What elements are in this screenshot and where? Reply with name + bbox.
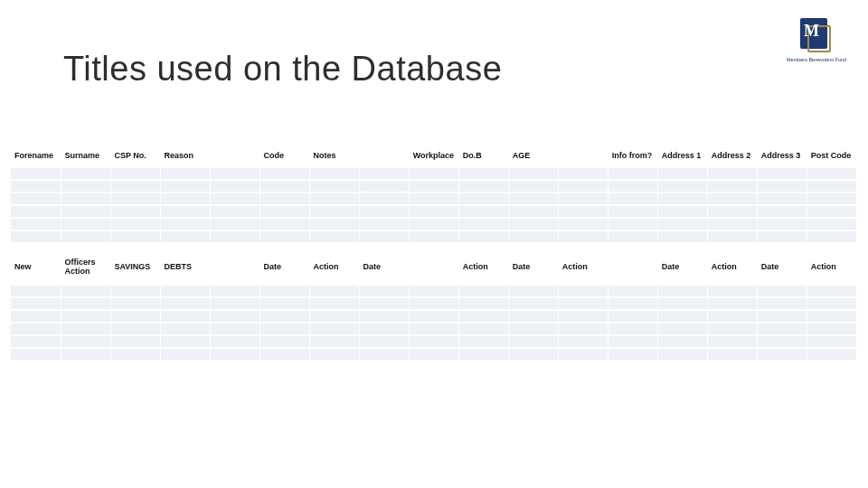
page-title: Titles used on the Database: [63, 50, 502, 89]
table-row: [11, 285, 857, 297]
table-row: [11, 297, 857, 310]
tables-container: Forename Surname CSP No. Reason Code Not…: [11, 146, 857, 360]
col-address-2: Address 2: [707, 146, 757, 167]
col-date-2: Date: [359, 251, 409, 285]
col-action-5: Action: [807, 251, 856, 285]
table-row: [11, 348, 857, 360]
col-age: AGE: [508, 146, 558, 167]
table-row: [11, 310, 857, 323]
col-workplace: Workplace: [409, 146, 458, 167]
logo-caption: Members Benevolent Fund: [787, 58, 841, 63]
col-action-2: Action: [458, 251, 508, 285]
col-blank-3: [558, 146, 608, 167]
logo: M Members Benevolent Fund: [787, 18, 841, 63]
table-row: [11, 323, 857, 335]
col-new: New: [11, 251, 61, 285]
table-row: [11, 205, 857, 218]
col-action-1: Action: [309, 251, 359, 285]
col-info-from: Info from?: [608, 146, 657, 167]
col-savings: SAVINGS: [110, 251, 160, 285]
col-blank-4: [210, 251, 259, 285]
table-row: [11, 230, 857, 242]
col-forename: Forename: [11, 146, 61, 167]
table-2: New Officers Action SAVINGS DEBTS Date A…: [11, 251, 857, 360]
table-row: [11, 218, 857, 230]
col-surname: Surname: [61, 146, 110, 167]
logo-initial: M: [804, 22, 819, 41]
col-action-3: Action: [558, 251, 608, 285]
col-post-code: Post Code: [807, 146, 856, 167]
col-notes: Notes: [309, 146, 359, 167]
col-date-5: Date: [757, 251, 807, 285]
col-code: Code: [259, 146, 309, 167]
col-blank-6: [608, 251, 657, 285]
table-1-header-row: Forename Surname CSP No. Reason Code Not…: [11, 146, 857, 167]
col-debts: DEBTS: [160, 251, 210, 285]
col-address-3: Address 3: [757, 146, 807, 167]
table-1-body: [11, 167, 857, 242]
table-2-body: [11, 285, 857, 360]
col-officers-action: Officers Action: [61, 251, 110, 285]
col-date-4: Date: [657, 251, 707, 285]
slide: Titles used on the Database M Members Be…: [0, 0, 868, 488]
table-row: [11, 167, 857, 180]
col-action-4: Action: [707, 251, 757, 285]
col-dob: Do.B: [458, 146, 508, 167]
logo-graphic: M: [795, 18, 833, 56]
col-blank-2: [359, 146, 409, 167]
col-blank-5: [409, 251, 458, 285]
col-csp-no: CSP No.: [110, 146, 160, 167]
col-date-3: Date: [508, 251, 558, 285]
col-blank-1: [210, 146, 259, 167]
table-row: [11, 335, 857, 348]
col-date-1: Date: [259, 251, 309, 285]
col-address-1: Address 1: [657, 146, 707, 167]
table-1: Forename Surname CSP No. Reason Code Not…: [11, 146, 857, 242]
table-2-header-row: New Officers Action SAVINGS DEBTS Date A…: [11, 251, 857, 285]
table-row: [11, 180, 857, 192]
table-row: [11, 192, 857, 205]
col-reason: Reason: [160, 146, 210, 167]
